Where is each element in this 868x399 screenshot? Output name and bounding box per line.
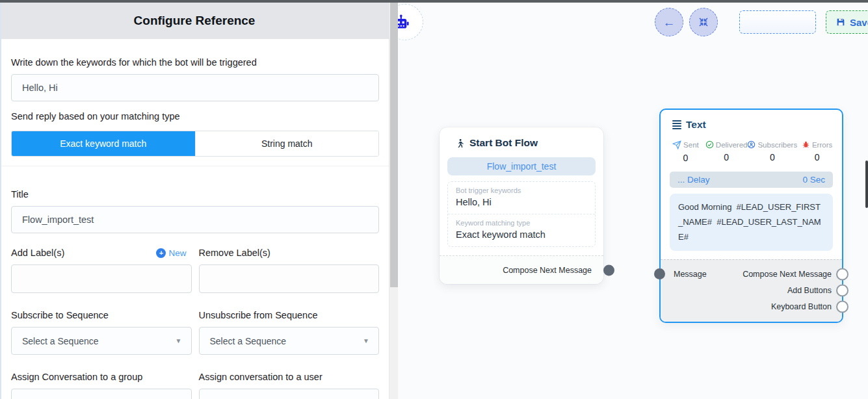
panel-header: Configure Reference bbox=[0, 3, 389, 39]
stat-label: Errors bbox=[812, 141, 832, 149]
start-node-footer: Compose Next Message bbox=[440, 255, 603, 284]
matching-type-value: Exact keyword match bbox=[456, 228, 587, 242]
assign-group-label: Assign Conversation to a group bbox=[11, 370, 192, 383]
compose-output-connector[interactable] bbox=[836, 268, 848, 280]
remove-labels-input[interactable] bbox=[199, 264, 380, 293]
flow-name-chip[interactable]: Flow_import_test bbox=[447, 157, 596, 175]
text-node-title: Text bbox=[686, 119, 706, 131]
add-labels-label: Add Label(s) bbox=[11, 246, 64, 259]
panel-title: Configure Reference bbox=[134, 14, 256, 28]
section-divider bbox=[0, 166, 389, 166]
drag-handle-icon[interactable] bbox=[672, 120, 681, 129]
configure-reference-panel: Configure Reference Write down the keywo… bbox=[0, 3, 389, 399]
stat-label: Sent bbox=[683, 141, 699, 149]
unsubscribe-sequence-label: Unsubscribe from Sequence bbox=[199, 309, 380, 322]
fit-view-button[interactable] bbox=[689, 8, 718, 36]
stat-value: 0 bbox=[770, 152, 775, 162]
unsubscribe-sequence-select[interactable]: Select a Sequence ▼ bbox=[199, 327, 380, 355]
keywords-input[interactable]: Hello, Hi bbox=[11, 74, 379, 101]
port-row-compose: Message Compose Next Message bbox=[661, 266, 842, 282]
panel-accent-edge bbox=[0, 3, 1, 399]
save-button-label: Save bbox=[850, 17, 868, 28]
assign-user-select[interactable]: Select Team Member ▼ bbox=[199, 389, 380, 399]
flow-canvas[interactable]: ← Save Start Bot Flow F bbox=[398, 3, 868, 399]
title-label: Title bbox=[11, 188, 379, 201]
port-row-add-buttons: Add Buttons bbox=[661, 282, 842, 298]
message-preview[interactable]: Good Morning #LEAD_USER_FIRST_NAME# #LEA… bbox=[670, 194, 833, 251]
subscribe-sequence-label: Subscribe to Sequence bbox=[11, 309, 192, 322]
matching-type-label: Send reply based on your matching type bbox=[11, 110, 379, 123]
port-row-keyboard-button: Keyboard Button bbox=[661, 298, 842, 315]
keyboard-button-port-label: Keyboard Button bbox=[771, 302, 832, 311]
delay-setting[interactable]: ... Delay 0 Sec bbox=[670, 172, 833, 188]
tab-string-match[interactable]: String match bbox=[195, 131, 379, 156]
keyboard-button-output-connector[interactable] bbox=[836, 300, 848, 313]
chevron-down-icon: ▼ bbox=[363, 337, 369, 344]
save-button[interactable]: Save bbox=[826, 10, 868, 34]
stat-value: 0 bbox=[724, 152, 729, 162]
matching-type-label: Keyword matching type bbox=[456, 218, 587, 228]
sidebar-scrollbar[interactable] bbox=[389, 3, 399, 399]
unsubscribe-sequence-value: Select a Sequence bbox=[210, 336, 287, 346]
new-label-text: New bbox=[168, 248, 186, 258]
start-bot-flow-node[interactable]: Start Bot Flow Flow_import_test Bot trig… bbox=[440, 127, 603, 284]
stats-row: Sent 0 Delivered 0 Subscribers bbox=[661, 140, 842, 163]
keywords-label: Write down the keywords for which the bo… bbox=[11, 56, 379, 69]
back-arrow-icon: ← bbox=[663, 16, 676, 29]
floppy-disk-icon bbox=[835, 17, 846, 27]
trigger-keywords-value: Hello, Hi bbox=[456, 196, 587, 209]
subscribers-icon bbox=[747, 140, 756, 149]
text-node-footer: Message Compose Next Message Add Buttons… bbox=[661, 259, 842, 322]
output-connector[interactable] bbox=[603, 264, 614, 276]
sent-icon bbox=[672, 140, 681, 149]
input-connector[interactable] bbox=[654, 268, 665, 279]
add-buttons-output-connector[interactable] bbox=[836, 284, 848, 296]
delay-label: ... Delay bbox=[677, 175, 710, 185]
sidebar-scrollbar-thumb[interactable] bbox=[390, 3, 398, 287]
stat-value: 0 bbox=[815, 152, 820, 162]
stat-value: 0 bbox=[683, 153, 689, 163]
matching-type-tabs: Exact keyword match String match bbox=[11, 131, 379, 157]
errors-icon bbox=[802, 140, 810, 149]
remove-labels-label: Remove Label(s) bbox=[199, 246, 380, 259]
back-button[interactable]: ← bbox=[655, 8, 683, 36]
canvas-scrollbar-thumb[interactable] bbox=[865, 161, 868, 208]
compress-icon bbox=[698, 16, 709, 28]
text-message-node[interactable]: Text Sent 0 Delivered 0 bbox=[659, 109, 843, 323]
stat-label: Delivered bbox=[716, 141, 748, 149]
delivered-icon bbox=[705, 140, 714, 149]
trigger-config-box: Bot trigger keywords Hello, Hi Keyword m… bbox=[447, 181, 596, 247]
compose-next-message-port-label: Compose Next Message bbox=[503, 266, 592, 275]
subscribe-sequence-select[interactable]: Select a Sequence ▼ bbox=[11, 327, 192, 355]
stat-sent: Sent 0 bbox=[666, 140, 705, 163]
assign-user-label: Assign conversation to a user bbox=[199, 370, 380, 383]
add-labels-input[interactable] bbox=[11, 264, 192, 293]
stat-errors: Errors 0 bbox=[797, 140, 837, 163]
tab-exact-keyword-match[interactable]: Exact keyword match bbox=[12, 131, 195, 156]
stat-label: Subscribers bbox=[757, 141, 797, 149]
new-label-button[interactable]: + New bbox=[156, 248, 191, 258]
chevron-down-icon: ▼ bbox=[176, 337, 182, 344]
subscribe-sequence-value: Select a Sequence bbox=[22, 336, 99, 346]
add-buttons-port-label: Add Buttons bbox=[787, 286, 832, 295]
trigger-keywords-label: Bot trigger keywords bbox=[456, 186, 587, 196]
stat-subscribers: Subscribers 0 bbox=[747, 140, 797, 163]
delay-value: 0 Sec bbox=[802, 175, 825, 185]
robot-icon bbox=[398, 14, 411, 31]
pending-action-button[interactable] bbox=[739, 10, 816, 34]
message-input-port-label: Message bbox=[674, 270, 707, 279]
walking-person-icon bbox=[455, 138, 465, 149]
start-node-title: Start Bot Flow bbox=[469, 137, 538, 149]
stat-delivered: Delivered 0 bbox=[705, 140, 748, 163]
plus-icon: + bbox=[156, 248, 166, 258]
bot-avatar-bubble[interactable] bbox=[398, 4, 423, 40]
title-input[interactable]: Flow_import_test bbox=[11, 206, 379, 233]
connection-line bbox=[398, 3, 593, 100]
assign-group-select[interactable]: Select Team Role ▼ bbox=[11, 389, 192, 399]
compose-next-message-port-label: Compose Next Message bbox=[743, 270, 832, 279]
